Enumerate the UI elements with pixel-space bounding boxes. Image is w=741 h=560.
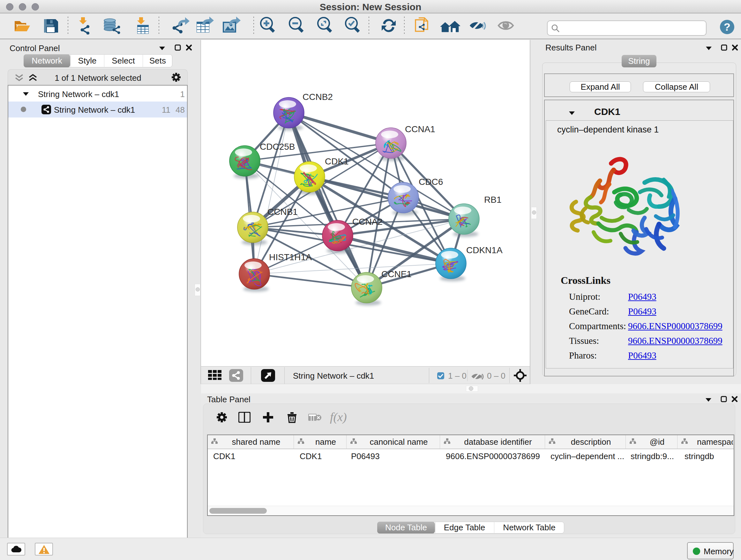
svg-text:CDK1: CDK1: [325, 157, 349, 166]
svg-text:RB1: RB1: [484, 195, 501, 205]
svg-text:CCNB2: CCNB2: [302, 92, 333, 102]
svg-text:CCNE1: CCNE1: [381, 269, 412, 279]
svg-text:CCNB1: CCNB1: [267, 207, 298, 217]
svg-text:CDC25B: CDC25B: [260, 142, 295, 152]
svg-text:HIST1H1A: HIST1H1A: [269, 252, 312, 262]
svg-text:CCNA2: CCNA2: [352, 217, 383, 227]
svg-text:CDKN1A: CDKN1A: [466, 245, 502, 255]
svg-text:CCNA1: CCNA1: [405, 124, 435, 134]
svg-text:CDC6: CDC6: [419, 177, 443, 187]
